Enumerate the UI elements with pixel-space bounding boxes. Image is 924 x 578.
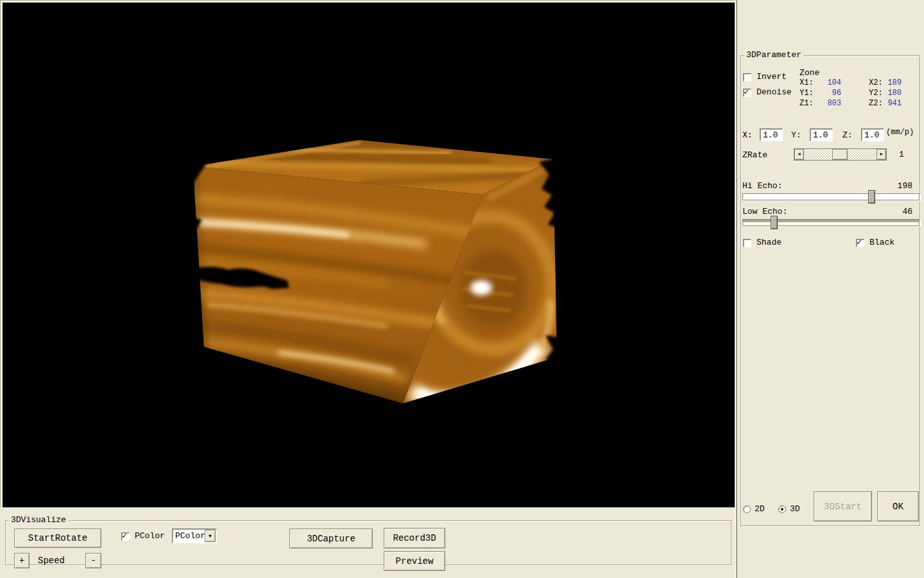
zone-z2-value: 941 — [878, 99, 902, 108]
scale-y-input[interactable] — [810, 128, 833, 141]
volume-render — [3, 3, 735, 507]
zone-x1-value: 104 — [809, 78, 841, 87]
hi-echo-slider[interactable] — [742, 190, 920, 204]
black-checkbox[interactable]: ✓ — [856, 239, 864, 247]
mode-3d-label: 3D — [790, 505, 800, 514]
pcolor-checkbox[interactable]: ✓ — [121, 532, 130, 541]
hi-echo-value: 198 — [886, 182, 912, 191]
hi-echo-thumb[interactable] — [868, 190, 875, 204]
scale-x-label: X: — [742, 131, 753, 140]
zrate-label: ZRate — [742, 151, 767, 160]
start-rotate-button[interactable]: StartRotate — [14, 529, 101, 548]
speed-plus-button[interactable]: + — [14, 553, 30, 568]
zone-title: Zone — [800, 69, 819, 78]
visualize-group-title: 3DVisualize — [9, 516, 68, 525]
zone-z1-value: 803 — [809, 99, 841, 108]
zrate-arrow-right-icon[interactable]: ► — [877, 149, 886, 160]
zrate-thumb[interactable] — [832, 149, 848, 160]
shade-label: Shade — [757, 238, 782, 247]
hi-echo-label: Hi Echo: — [742, 182, 782, 191]
mode-2d-radio[interactable] — [743, 505, 751, 513]
hi-echo-channel[interactable] — [742, 193, 920, 200]
scale-y-label: Y: — [791, 131, 801, 140]
start3d-button[interactable]: 3DStart — [814, 491, 872, 521]
preview-button[interactable]: Preview — [384, 551, 445, 571]
visualize-panel: 3DVisualize StartRotate + Speed - ✓ PCol… — [0, 507, 735, 578]
check-icon: ✓ — [122, 531, 127, 541]
low-echo-thumb[interactable] — [771, 216, 778, 229]
pcolor-label: PColor — [135, 532, 165, 541]
parameter-panel: 3DParameter ✓ Invert ✓ Denoise Zone X1: … — [737, 0, 924, 578]
zrate-track[interactable] — [804, 149, 877, 160]
black-label: Black — [869, 238, 894, 247]
denoise-label: Denoise — [757, 88, 792, 97]
scale-unit-label: (mm/p) — [886, 128, 914, 137]
scale-z-input[interactable] — [861, 128, 884, 141]
param-groupbox: 3DParameter ✓ Invert ✓ Denoise Zone X1: … — [740, 55, 920, 526]
check-icon: ✓ — [744, 87, 749, 97]
check-icon: ✓ — [857, 238, 862, 247]
low-echo-label: Low Echo: — [742, 207, 787, 216]
capture-button[interactable]: 3DCapture — [289, 529, 373, 548]
zone-y2-value: 180 — [878, 89, 902, 98]
visualize-groupbox: 3DVisualize StartRotate + Speed - ✓ PCol… — [5, 520, 732, 565]
invert-label: Invert — [757, 73, 787, 82]
zrate-scrollbar[interactable]: ◄ ► — [794, 148, 887, 161]
app-window: 3DParameter ✓ Invert ✓ Denoise Zone X1: … — [0, 0, 924, 578]
low-echo-slider[interactable] — [742, 216, 920, 230]
dropdown-arrow-icon[interactable]: ▼ — [205, 530, 216, 542]
record-button[interactable]: Record3D — [384, 528, 445, 548]
mode-3d-radio[interactable] — [778, 505, 786, 513]
radio-dot — [781, 508, 783, 511]
low-echo-channel[interactable] — [742, 219, 920, 226]
zrate-value: 1 — [899, 150, 904, 159]
pcolor-dropdown[interactable]: PColor ▼ — [172, 529, 217, 543]
param-group-title: 3DParameter — [744, 51, 803, 60]
render-viewport[interactable] — [3, 3, 735, 507]
zone-x2-value: 189 — [878, 78, 902, 87]
pcolor-dropdown-value: PColor — [175, 531, 205, 541]
ok-button[interactable]: OK — [877, 491, 919, 521]
shade-checkbox[interactable]: ✓ — [743, 239, 751, 247]
mode-2d-label: 2D — [755, 505, 765, 514]
zrate-arrow-left-icon[interactable]: ◄ — [794, 149, 804, 160]
denoise-checkbox[interactable]: ✓ — [743, 89, 751, 97]
invert-checkbox[interactable]: ✓ — [743, 73, 751, 82]
scale-z-label: Z: — [843, 131, 853, 140]
low-echo-value: 46 — [886, 207, 912, 216]
zone-y1-value: 96 — [809, 89, 841, 98]
speed-label: Speed — [38, 556, 65, 565]
scale-x-input[interactable] — [760, 128, 783, 141]
speed-minus-button[interactable]: - — [85, 553, 101, 568]
